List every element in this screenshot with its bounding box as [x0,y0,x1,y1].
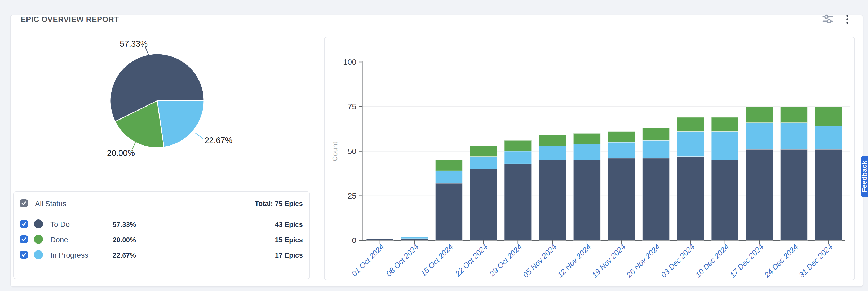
bar-segment-to-do[interactable] [470,169,497,240]
y-axis-title: Count [331,142,339,161]
bar-segment-to-do[interactable] [643,158,670,240]
done-checkbox[interactable] [20,235,28,243]
bar-segment-in-progress[interactable] [539,146,566,160]
todo-status-dot [34,220,43,229]
y-tick-label: 50 [348,147,356,155]
x-axis-date-label[interactable]: 29 Oct 2024 [488,242,524,278]
bar-segment-to-do[interactable] [711,160,738,240]
legend-row-in-progress: In Progress 22.67% 17 Epics [14,247,309,263]
bar-segment-to-do[interactable] [608,158,635,240]
bar-segment-done[interactable] [746,107,773,123]
x-axis-date-label[interactable]: 01 Oct 2024 [350,242,385,278]
x-axis-date-label[interactable]: 24 Dec 2024 [763,242,800,280]
check-icon [21,252,27,258]
done-label: Done [50,236,68,244]
x-axis-date-label[interactable]: 08 Oct 2024 [384,242,420,278]
pie-slice-in-progress[interactable] [157,101,204,147]
bar-segment-to-do[interactable] [780,149,807,240]
total-epics: Total: 75 Epics [255,200,303,208]
bar-segment-in-progress[interactable] [780,123,807,149]
check-icon [21,236,27,242]
in-progress-label: In Progress [50,251,88,259]
bar-segment-in-progress[interactable] [470,157,497,169]
x-axis-date-label[interactable]: 10 Dec 2024 [694,242,731,279]
x-axis-date-label[interactable]: 26 Nov 2024 [624,242,661,280]
bar-segment-in-progress[interactable] [574,144,600,161]
bar-segment-done[interactable] [504,141,531,151]
bar-segment-in-progress[interactable] [435,171,462,183]
chart-settings-sliders-icon[interactable] [822,13,834,25]
page-title: EPIC OVERVIEW REPORT [21,15,119,24]
legend-divider [20,212,304,212]
bar-segment-in-progress[interactable] [608,142,635,158]
in-progress-status-dot [34,250,43,259]
y-tick-label: 75 [348,102,356,111]
feedback-button[interactable]: Feedback [861,156,868,197]
bar-segment-to-do[interactable] [504,164,531,240]
done-percent: 20.00% [113,236,136,244]
card-header-actions [822,13,854,25]
bar-segment-in-progress[interactable] [504,151,531,164]
y-tick-label: 100 [343,58,356,66]
all-status-checkbox[interactable] [20,199,28,207]
status-legend-card: All Status Total: 75 Epics To Do 57.33% … [13,191,310,279]
x-axis-date-label[interactable]: 12 Nov 2024 [556,242,593,279]
bar-segment-to-do[interactable] [815,149,842,240]
bar-segment-done[interactable] [711,117,738,132]
all-status-row: All Status Total: 75 Epics [14,195,309,211]
todo-percent: 57.33% [113,221,136,229]
x-axis-date-label[interactable]: 19 Nov 2024 [590,242,627,279]
bar-segment-done[interactable] [780,107,807,123]
all-status-label: All Status [35,200,66,208]
in-progress-checkbox[interactable] [20,251,28,259]
epic-trend-bar-chart[interactable]: 0255075100Count01 Oct 202408 Oct 202415 … [324,37,855,280]
pie-label-in-progress: 22.67% [205,136,232,145]
pie-label-done: 20.00% [107,148,135,158]
y-tick-label: 0 [352,236,356,244]
bar-segment-done[interactable] [815,107,842,126]
y-tick-label: 25 [348,191,356,200]
pie-leader-line [195,133,204,139]
bar-segment-in-progress[interactable] [677,132,704,157]
bar-segment-in-progress[interactable] [643,141,670,158]
bar-segment-done[interactable] [539,135,566,146]
x-axis-date-label[interactable]: 05 Nov 2024 [521,242,558,279]
in-progress-count: 17 Epics [275,251,303,259]
bar-segment-in-progress[interactable] [401,237,428,239]
x-axis-date-label[interactable]: 17 Dec 2024 [728,242,765,279]
check-icon [21,221,27,227]
bar-segment-to-do[interactable] [366,238,394,240]
bar-segment-done[interactable] [677,117,704,132]
check-icon [21,200,27,206]
bar-segment-to-do[interactable] [539,160,566,240]
legend-row-todo: To Do 57.33% 43 Epics [14,216,309,232]
epic-trend-chart-card: 0255075100Count01 Oct 202408 Oct 202415 … [324,37,855,280]
bar-segment-done[interactable] [470,146,497,156]
done-count: 15 Epics [275,236,303,244]
bar-segment-to-do[interactable] [401,238,428,240]
done-status-dot [34,235,43,244]
bar-segment-done[interactable] [574,133,600,144]
feedback-label: Feedback [861,161,868,192]
sliders-icon [822,13,834,25]
bar-segment-in-progress[interactable] [746,123,773,149]
x-axis-date-label[interactable]: 15 Oct 2024 [419,242,455,278]
in-progress-percent: 22.67% [113,251,136,259]
legend-row-done: Done 20.00% 15 Epics [14,231,309,247]
bar-segment-to-do[interactable] [677,157,704,240]
bar-segment-to-do[interactable] [746,149,773,240]
todo-count: 43 Epics [275,221,303,229]
bar-segment-in-progress[interactable] [711,132,738,161]
kebab-menu-icon[interactable] [841,13,854,25]
x-axis-date-label[interactable]: 31 Dec 2024 [797,242,834,279]
bar-segment-to-do[interactable] [574,160,600,240]
bar-segment-in-progress[interactable] [815,126,842,149]
pie-label-todo: 57.33% [120,39,148,49]
bar-segment-done[interactable] [643,128,670,141]
bar-segment-done[interactable] [435,160,462,171]
x-axis-date-label[interactable]: 03 Dec 2024 [659,242,696,279]
x-axis-date-label[interactable]: 22 Oct 2024 [453,242,489,278]
bar-segment-to-do[interactable] [435,183,462,240]
bar-segment-done[interactable] [608,132,635,142]
todo-checkbox[interactable] [20,220,28,228]
